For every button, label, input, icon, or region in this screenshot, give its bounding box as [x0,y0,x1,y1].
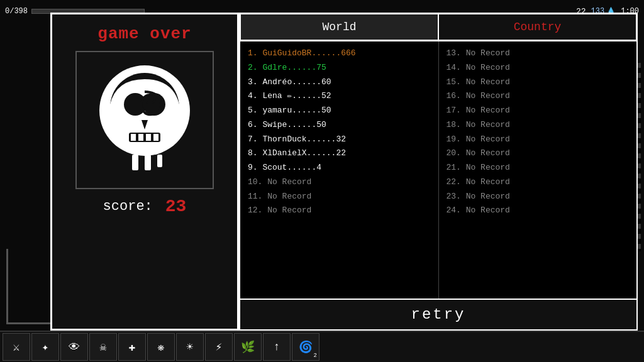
health-display: 0/398 [5,7,28,16]
list-item: 12. No Record [248,204,431,218]
list-item: 20. No Record [447,146,630,161]
list-item: 21. No Record [447,161,630,175]
bottom-icon-8[interactable]: 🌿 [234,333,262,361]
list-item: 10. No Record [248,175,431,190]
bottom-icon-3[interactable]: ☠ [89,333,117,361]
bottom-icon-1[interactable]: ✦ [31,333,59,361]
skull-svg [82,57,208,183]
bottom-bar: ⚔✦👁☠✚❋☀⚡🌿↑🌀2 [0,331,644,362]
score-value: 23 [165,197,187,216]
retry-button[interactable]: retry [240,299,636,329]
bottom-icon-5[interactable]: ❋ [147,333,175,361]
svg-rect-6 [138,134,143,141]
list-item: 6. Swipe......50 [248,118,431,133]
list-item: 5. yamaru......50 [248,104,431,118]
list-item: 2. Gdlre......75 [248,61,431,75]
list-item: 24. No Record [447,204,630,218]
list-item: 18. No Record [447,118,630,133]
bottom-icon-6[interactable]: ☀ [176,333,204,361]
bottom-icon-9[interactable]: ↑ [263,333,291,361]
svg-rect-7 [146,134,151,141]
bottom-icon-4[interactable]: ✚ [118,333,146,361]
score-row: score: 23 [62,197,227,216]
list-item: 19. No Record [447,133,630,147]
tab-country[interactable]: Country [438,14,636,40]
list-item: 9. Scout......4 [248,161,431,175]
game-over-card: game over [50,13,239,331]
svg-rect-5 [131,134,136,141]
list-item: 16. No Record [447,89,630,104]
country-leaderboard-col: 13. No Record14. No Record15. No Record1… [439,41,637,299]
bottom-icon-2[interactable]: 👁 [60,333,88,361]
list-item: 22. No Record [447,175,630,190]
retry-label: retry [411,306,465,323]
main-panel: game over [50,13,638,331]
skull-image [75,51,214,189]
bottom-icon-10[interactable]: 🌀2 [292,333,319,361]
list-item: 3. Andréo......60 [248,75,431,90]
list-item: 7. ThornDuck......32 [248,133,431,147]
bottom-icon-0[interactable]: ⚔ [3,333,30,361]
tab-world-label: World [322,21,356,33]
left-decoration [6,249,50,324]
tab-world[interactable]: World [240,14,438,40]
bottom-icon-7[interactable]: ⚡ [205,333,233,361]
list-item: 17. No Record [447,104,630,118]
list-item: 1. GuiGuidoBR......666 [248,47,431,61]
score-label: score: [103,199,153,214]
list-item: 4. Lena ✏......52 [248,89,431,104]
svg-rect-10 [145,155,151,170]
leaderboard-tabs: World Country [240,14,636,41]
world-leaderboard-col: 1. GuiGuidoBR......6662. Gdlre......753.… [240,41,439,299]
game-over-title: game over [97,25,191,43]
list-item: 15. No Record [447,75,630,90]
list-item: 8. XlDanielX......22 [248,146,431,161]
list-item: 11. No Record [248,190,431,204]
list-item: 14. No Record [447,61,630,75]
leaderboard-panel: World Country 1. GuiGuidoBR......6662. G… [239,13,638,331]
list-item: 23. No Record [447,190,630,204]
tab-country-label: Country [514,21,562,33]
svg-rect-8 [153,134,158,141]
svg-rect-11 [157,155,162,167]
leaderboard-content: 1. GuiGuidoBR......6662. Gdlre......753.… [240,41,636,299]
list-item: 13. No Record [447,47,630,61]
svg-rect-9 [132,155,138,170]
